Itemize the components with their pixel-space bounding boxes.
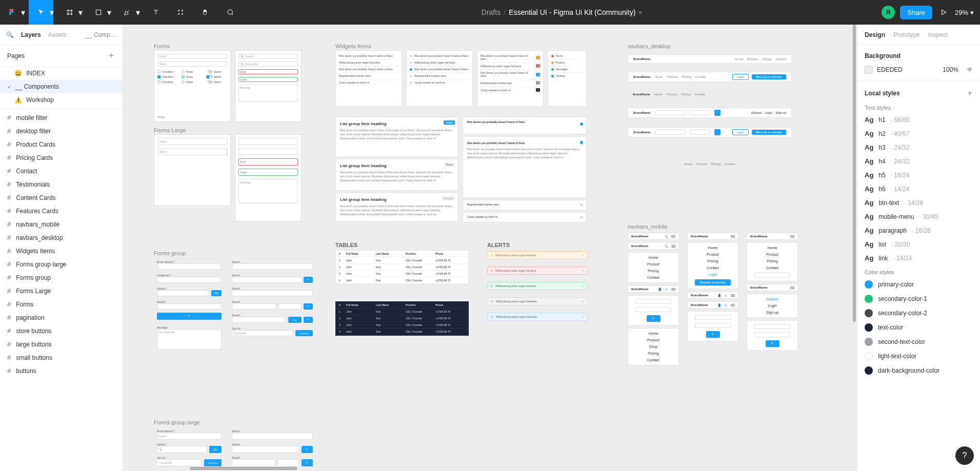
table-dark[interactable]: # Full Name Last Name Position Phone 1Jo… [335, 301, 469, 336]
tab-layers[interactable]: Layers [21, 31, 41, 38]
background-swatch[interactable] [865, 66, 873, 74]
frame-item[interactable]: #large buttons [0, 338, 123, 351]
nav-desktop-5[interactable]: BrandName LoginBecome a member [628, 127, 792, 137]
artboard-forms-large-b[interactable]: Error Done Message [235, 134, 302, 221]
shape-tool-caret[interactable]: ▾ [107, 8, 112, 17]
text-style-item[interactable]: Agh3 · 24/32 [857, 140, 980, 154]
close-icon[interactable]: × [583, 315, 584, 318]
frame-item[interactable]: #store buttons [0, 324, 123, 338]
page-dropdown[interactable]: __ Comp… [85, 31, 116, 38]
zoom-control[interactable]: 29%▾ [955, 9, 974, 16]
add-style-button[interactable]: ＋ [967, 89, 973, 97]
pen-tool-caret[interactable]: ▾ [135, 8, 141, 17]
present-button[interactable] [937, 0, 950, 25]
alert-neutral[interactable]: ⓘWilliamsburg carles vegan helvetica× [487, 297, 588, 305]
share-button[interactable]: Share [900, 6, 932, 19]
lg-line1[interactable]: Raw denim you probably haven't heard of … [463, 117, 587, 134]
close-icon[interactable]: × [583, 284, 584, 288]
breadcrumb-drafts[interactable]: Drafts [482, 8, 501, 16]
artboard-forms-large-a[interactable]: Email * Select [154, 134, 231, 206]
frame-item[interactable]: #Product Cards [0, 138, 123, 151]
widget-card-2[interactable]: Raw denim you probably haven't heard of … [406, 50, 473, 107]
widget-card-3[interactable]: Raw denim you probably haven't heard of … [477, 50, 544, 107]
frame-item[interactable]: #desktop filter [0, 125, 123, 138]
artboard-forms-group-a[interactable]: Email address * Categories * Upload * GO… [154, 257, 225, 411]
page-components[interactable]: ✔ __ Components [0, 80, 123, 93]
artboard-forms-b[interactable]: 🔍 Search 📎 Choose file Error Done Messag… [235, 50, 302, 122]
frame-item[interactable]: #Forms Large [0, 284, 123, 298]
add-page-button[interactable]: ＋ [107, 50, 115, 61]
background-opacity[interactable]: 100% [943, 66, 958, 73]
tab-prototype[interactable]: Prototype [893, 31, 919, 38]
frame-item[interactable]: #navbars_desktop [0, 231, 123, 244]
lg-big[interactable]: Raw denim you probably haven't heard of … [463, 136, 587, 198]
canvas[interactable]: Forms Email * Select Checkbox Radio Swit… [123, 25, 857, 471]
hand-tool-button[interactable] [193, 0, 217, 25]
widget-card-1[interactable]: Raw denim you probably haven't heard of … [335, 50, 402, 107]
lg-line2[interactable]: Reprehenderit butcher retro [463, 200, 587, 210]
alert-danger[interactable]: ⚠Williamsburg carles vegan helvetica× [487, 267, 588, 275]
frame-item[interactable]: #mobile filter [0, 111, 123, 125]
nav-mobile-col-3[interactable]: BrandName Home Product Pricing Contact B… [747, 233, 798, 351]
alert-success[interactable]: ✔Williamsburg carles vegan helvetica× [487, 282, 588, 290]
table-light[interactable]: # Full Name Last Name Position Phone 1Jo… [335, 250, 469, 284]
frame-item[interactable]: #navbars_mobile [0, 218, 123, 231]
frame-label-fgl[interactable]: Forms group large [154, 419, 200, 425]
frame-item[interactable]: #Widgets Items [0, 244, 123, 258]
frame-label-alerts[interactable]: ALERTS [487, 242, 510, 248]
topbar-title[interactable]: Drafts / Essential UI - Figma Ui Kit (Co… [242, 8, 882, 16]
nav-desktop-4[interactable]: BrandName ExploreLoginSign-up [628, 108, 792, 118]
tab-assets[interactable]: Assets [48, 31, 67, 38]
comment-tool-button[interactable] [217, 0, 242, 25]
frame-item[interactable]: #Pricing Cards [0, 151, 123, 165]
text-style-item[interactable]: Agh4 · 24/32 [857, 154, 980, 168]
tab-inspect[interactable]: Inspect [928, 31, 948, 38]
text-style-item[interactable]: Aglink · 14/24 [857, 251, 980, 265]
color-style-item[interactable]: dark-background-color [857, 363, 980, 378]
nav-mobile-col-1[interactable]: BrandName🔍 BrandName🔍 Home Product Prici… [628, 233, 679, 365]
nav-desktop-2[interactable]: BrandName HomeProductPricingContact Logi… [628, 72, 792, 82]
listgroup-card-2[interactable]: Hover List group item heading Raw denim … [335, 159, 458, 191]
widget-card-side[interactable]: Home Product Messages Settings [548, 50, 587, 107]
color-style-item[interactable]: secondary-color-2 [857, 306, 980, 320]
frame-label-forms-large[interactable]: Forms Large [154, 127, 186, 133]
color-style-item[interactable]: second-text-color [857, 335, 980, 349]
text-style-item[interactable]: Agh5 · 16/24 [857, 168, 980, 182]
move-tool-caret[interactable]: ▾ [49, 8, 54, 17]
text-style-item[interactable]: Agh6 · 14/24 [857, 182, 980, 196]
color-style-item[interactable]: light-text-color [857, 349, 980, 363]
close-icon[interactable]: × [583, 254, 584, 257]
scrollbar-thumb[interactable] [190, 467, 297, 470]
canvas-vertical-scrollbar[interactable] [852, 25, 857, 471]
frame-item[interactable]: #small buttons [0, 351, 123, 364]
frame-item[interactable]: #Forms [0, 298, 123, 311]
filename[interactable]: Essential UI - Figma Ui Kit (Community) [509, 8, 635, 16]
alert-warning[interactable]: ⚠Williamsburg carles vegan helvetica× [487, 251, 588, 259]
frame-label-nav-desktop[interactable]: navbars_desktop [628, 43, 671, 49]
frame-label-nav-mobile[interactable]: navbars_mobile [628, 223, 668, 230]
listgroup-card-3[interactable]: Passive List group item heading Raw deni… [335, 193, 458, 221]
artboard-fgl-a[interactable]: Email address * Email * Upload * 📎GO Joi… [154, 426, 225, 471]
background-hex[interactable]: EDEDED [877, 66, 903, 73]
lg-line3[interactable]: Cosby sweater eu banh mi [463, 212, 587, 222]
figma-menu-caret[interactable]: ▾ [21, 8, 26, 17]
text-style-item[interactable]: Agparagraph · 16/26 [857, 223, 980, 237]
visibility-icon[interactable]: 👁 [967, 66, 973, 73]
page-workshop[interactable]: ⚠️ Workshop [0, 93, 123, 107]
frame-label-forms-group[interactable]: Forms group [154, 250, 186, 256]
color-style-item[interactable]: text-color [857, 320, 980, 335]
filename-caret[interactable]: ▾ [638, 8, 642, 16]
background-row[interactable]: EDEDED 100% 👁 [857, 63, 980, 81]
frame-label-tables[interactable]: TABLES [335, 242, 357, 248]
frame-label-forms[interactable]: Forms [154, 43, 170, 49]
text-tool-button[interactable] [144, 0, 168, 25]
frame-item[interactable]: #buttons [0, 364, 123, 378]
artboard-fgl-b[interactable]: Search Search 🔍 Search 🔍 [229, 426, 316, 471]
nav-desktop-1[interactable]: BrandName HomeProductPricingContact [628, 54, 792, 64]
resources-button[interactable] [168, 0, 193, 25]
page-index[interactable]: 😀 INDEX [0, 67, 123, 80]
artboard-forms-group-b[interactable]: Search Search 🔍 Search Search 🔍 Search Z… [229, 257, 316, 396]
frame-item[interactable]: #Forms group large [0, 258, 123, 271]
text-style-item[interactable]: Agbtn-text · 14/28 [857, 196, 980, 210]
search-icon[interactable]: 🔍 [6, 31, 14, 38]
